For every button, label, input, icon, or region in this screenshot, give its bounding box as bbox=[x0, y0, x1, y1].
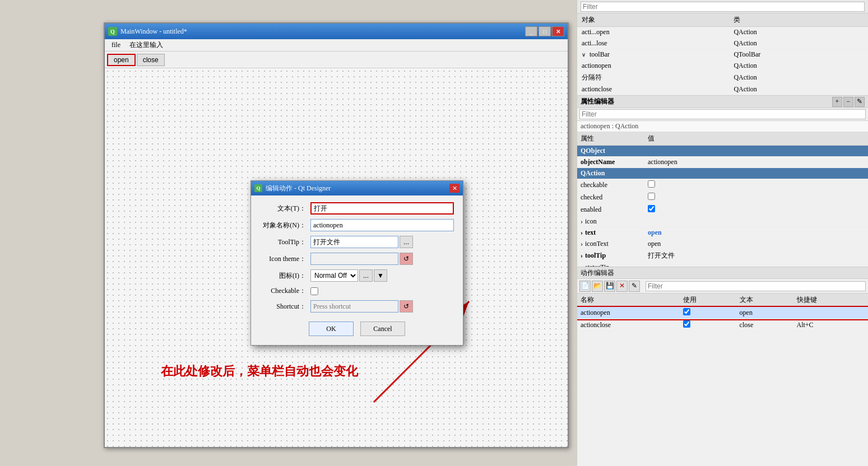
prop-value bbox=[644, 192, 868, 204]
property-filter-input[interactable] bbox=[579, 109, 866, 119]
menu-type-here[interactable]: 在这里输入 bbox=[125, 39, 168, 51]
table-row[interactable]: actionopen QAction bbox=[577, 60, 868, 72]
action-col-shortcut: 快捷键 bbox=[793, 293, 869, 307]
tooltip-input[interactable] bbox=[310, 236, 398, 248]
action-used-checkbox[interactable] bbox=[683, 320, 690, 328]
property-remove-button[interactable]: − bbox=[843, 97, 853, 107]
prop-name: objectName bbox=[577, 157, 644, 168]
action-delete-button[interactable]: ✕ bbox=[616, 281, 628, 292]
qt-canvas: Q 编辑动作 - Qt Designer ✕ 文本(T)： 对象名称(N)： bbox=[105, 68, 568, 447]
action-col-text: 文本 bbox=[736, 293, 793, 307]
maximize-button[interactable]: □ bbox=[539, 26, 551, 36]
object-label: 对象名称(N)： bbox=[260, 221, 310, 230]
dialog-close-button[interactable]: ✕ bbox=[449, 184, 459, 193]
qt-main-window: Q MainWindow - untitled* _ □ ✕ file 在这里输… bbox=[104, 22, 569, 448]
shortcut-reset-button[interactable]: ↺ bbox=[400, 300, 413, 313]
table-row[interactable]: acti...open QAction bbox=[577, 27, 868, 38]
form-row-icon: 图标(I)： Normal Off Normal On ... ▼ bbox=[260, 269, 454, 282]
prop-group-header: QObject bbox=[577, 146, 868, 157]
list-item[interactable]: ›toolTip 打开文件 bbox=[577, 250, 868, 262]
action-open-button[interactable]: 📂 bbox=[592, 281, 603, 292]
table-row[interactable]: ∨ toolBar QToolBar bbox=[577, 49, 868, 60]
property-subtitle: actionopen : QAction bbox=[577, 121, 868, 132]
property-edit-button[interactable]: ✎ bbox=[855, 97, 865, 107]
table-row[interactable]: 分隔符 QAction bbox=[577, 72, 868, 84]
obj-col-object: 对象 bbox=[577, 13, 729, 27]
prop-col-value: 值 bbox=[644, 132, 868, 146]
icon-theme-input[interactable] bbox=[310, 253, 398, 265]
table-row[interactable]: actionclose QAction bbox=[577, 84, 868, 95]
prop-checked-checkbox[interactable] bbox=[648, 193, 655, 200]
action-save-button[interactable]: 💾 bbox=[604, 281, 615, 292]
toolbar-open-button[interactable]: open bbox=[107, 54, 136, 66]
icon-theme-reset-button[interactable]: ↺ bbox=[400, 253, 413, 265]
obj-class: QAction bbox=[729, 84, 868, 95]
close-button[interactable]: ✕ bbox=[552, 26, 564, 36]
table-row[interactable]: actionclose close Alt+C bbox=[577, 319, 868, 332]
action-used-checkbox[interactable] bbox=[683, 308, 690, 315]
shortcut-input[interactable] bbox=[310, 300, 398, 313]
obj-col-class: 类 bbox=[729, 13, 868, 27]
prop-group-qaction: QAction bbox=[577, 168, 868, 179]
prop-value bbox=[644, 216, 868, 227]
obj-class: QAction bbox=[729, 60, 868, 72]
obj-name: actionclose bbox=[577, 84, 729, 95]
prop-group-header: QAction bbox=[577, 168, 868, 179]
tooltip-expand-button[interactable]: ... bbox=[400, 236, 413, 248]
obj-class: QToolBar bbox=[729, 49, 868, 60]
form-row-checkable: Checkable： bbox=[260, 286, 454, 296]
icon-browse-button[interactable]: ... bbox=[359, 269, 373, 282]
action-editor-title: 动作编辑器 bbox=[581, 268, 614, 278]
edit-action-dialog: Q 编辑动作 - Qt Designer ✕ 文本(T)： 对象名称(N)： bbox=[250, 180, 463, 346]
prop-name: ›text bbox=[577, 227, 644, 239]
prop-enabled-checkbox[interactable] bbox=[648, 205, 655, 212]
action-edit-button[interactable]: ✎ bbox=[629, 281, 640, 292]
text-input[interactable] bbox=[310, 202, 454, 215]
list-item[interactable]: ›iconText open bbox=[577, 239, 868, 250]
qt-menubar: file 在这里输入 bbox=[105, 39, 568, 52]
object-filter-input[interactable] bbox=[581, 2, 865, 12]
action-new-button[interactable]: 📄 bbox=[579, 281, 591, 292]
action-table: 名称 使用 文本 快捷键 actionopen open actionclose… bbox=[577, 293, 868, 332]
list-item[interactable]: ›icon bbox=[577, 216, 868, 227]
object-input[interactable] bbox=[310, 219, 454, 231]
prop-checkable-checkbox[interactable] bbox=[648, 180, 655, 188]
table-row[interactable]: actionopen open bbox=[577, 307, 868, 319]
list-item[interactable]: objectName actionopen bbox=[577, 157, 868, 168]
obj-class: QAction bbox=[729, 27, 868, 38]
obj-name: ∨ toolBar bbox=[577, 49, 729, 60]
obj-class: QAction bbox=[729, 38, 868, 49]
checkable-checkbox[interactable] bbox=[310, 287, 318, 295]
prop-value: open bbox=[644, 239, 868, 250]
property-table-container: 属性 值 QObject objectName actionopen QActi… bbox=[577, 132, 868, 267]
action-text: open bbox=[736, 307, 793, 319]
menu-file[interactable]: file bbox=[107, 40, 125, 50]
icon-select[interactable]: Normal Off Normal On bbox=[310, 269, 358, 282]
table-row[interactable]: acti...lose QAction bbox=[577, 38, 868, 49]
annotation-text: 在此处修改后，菜单栏自动也会变化 bbox=[161, 363, 358, 380]
action-filter-input[interactable] bbox=[646, 281, 866, 291]
obj-name: actionopen bbox=[577, 60, 729, 72]
toolbar-close-button[interactable]: close bbox=[137, 54, 165, 66]
prop-name: checkable bbox=[577, 179, 644, 192]
qt-window-controls: _ □ ✕ bbox=[525, 26, 564, 36]
action-used bbox=[680, 319, 736, 332]
form-row-text: 文本(T)： bbox=[260, 202, 454, 215]
form-row-tooltip: ToolTip： ... bbox=[260, 236, 454, 248]
icon-dropdown-button[interactable]: ▼ bbox=[374, 269, 387, 282]
list-item[interactable]: ›statusTip bbox=[577, 262, 868, 267]
cancel-button[interactable]: Cancel bbox=[360, 321, 405, 336]
prop-value: actionopen bbox=[644, 157, 868, 168]
action-text: close bbox=[736, 319, 793, 332]
list-item[interactable]: ›text open bbox=[577, 227, 868, 239]
ok-button[interactable]: OK bbox=[309, 321, 354, 336]
list-item[interactable]: enabled bbox=[577, 204, 868, 216]
obj-name: 分隔符 bbox=[577, 72, 729, 84]
list-item[interactable]: checked bbox=[577, 192, 868, 204]
minimize-button[interactable]: _ bbox=[525, 26, 537, 36]
list-item[interactable]: checkable bbox=[577, 179, 868, 192]
shortcut-label: Shortcut： bbox=[260, 302, 310, 311]
property-add-button[interactable]: + bbox=[832, 97, 842, 107]
dialog-title: 编辑动作 - Qt Designer bbox=[266, 184, 449, 193]
action-name: actionopen bbox=[577, 307, 680, 319]
